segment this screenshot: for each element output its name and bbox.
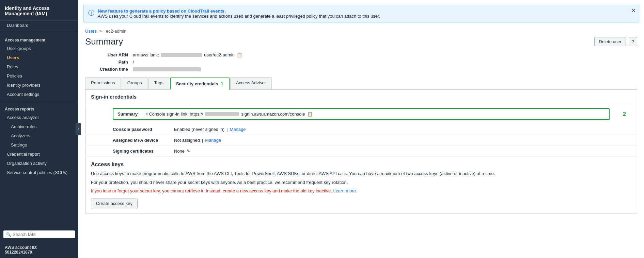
banner-body: AWS uses your CloudTrail events to ident… <box>98 14 634 19</box>
sidebar-section-access-management[interactable]: Access management <box>0 34 78 44</box>
path-row: Path / <box>85 59 637 65</box>
user-arn-value: arn:aws:iam:: user/ec2-admin 📋 <box>133 52 242 57</box>
sidebar-item-dashboard[interactable]: Dashboard <box>0 21 78 30</box>
sidebar-collapse-button[interactable]: ‹ <box>76 123 81 135</box>
access-keys-desc2: For your protection, you should never sh… <box>91 179 631 186</box>
mfa-device-value: Not assigned | Manage <box>174 138 221 143</box>
path-value: / <box>133 59 134 65</box>
breadcrumb-current: ec2-admin <box>106 29 127 34</box>
header-actions: Delete user ? <box>594 37 637 46</box>
signing-certs-row: Signing certificates None ✎ <box>85 146 637 157</box>
info-icon: ⓘ <box>88 9 94 17</box>
breadcrumb-parent[interactable]: Users <box>85 29 97 34</box>
signin-credentials-header: Sign-in credentials <box>85 90 637 104</box>
access-keys-warning-text: If you lose or forget your secret key, y… <box>91 188 332 193</box>
tabs-container: Permissions Groups Tags Security credent… <box>85 77 637 90</box>
sidebar-item-identity-providers[interactable]: Identity providers <box>0 81 78 90</box>
tab-permissions[interactable]: Permissions <box>85 77 121 89</box>
console-password-separator: | <box>226 127 227 132</box>
breadcrumb-separator: > <box>99 29 103 34</box>
tab-groups[interactable]: Groups <box>122 77 148 89</box>
mfa-manage-link[interactable]: Manage <box>205 138 221 143</box>
access-keys-section: Access keys Use access keys to make prog… <box>85 157 637 213</box>
tab-content: Sign-in credentials Summary • Console si… <box>85 90 637 213</box>
copy-arn-icon[interactable]: 📋 <box>237 52 242 57</box>
console-link-prefix: • Console sign-in link: https:// <box>146 111 203 117</box>
search-icon: 🔍 <box>6 232 11 237</box>
sidebar-item-account-settings[interactable]: Account settings <box>0 90 78 99</box>
console-password-status: Enabled (never signed in) <box>174 127 224 132</box>
sidebar-item-archive-rules[interactable]: Archive rules <box>0 122 78 131</box>
help-button[interactable]: ? <box>629 37 637 46</box>
page-header: Summary Delete user ? <box>85 36 637 47</box>
mfa-separator: | <box>202 138 203 143</box>
console-password-label: Console password <box>113 127 174 132</box>
access-keys-warning: If you lose or forget your secret key, y… <box>91 188 631 194</box>
signin-summary-label: Summary <box>117 111 142 117</box>
sidebar-item-service-control-policies[interactable]: Service control policies (SCPs) <box>0 168 78 177</box>
search-input[interactable] <box>13 232 72 237</box>
console-password-value: Enabled (never signed in) | Manage <box>174 127 246 132</box>
info-banner: ⓘ New feature to generate a policy based… <box>83 5 639 22</box>
signing-certs-label: Signing certificates <box>113 149 174 154</box>
tab-security-credentials[interactable]: Security credentials 1 <box>170 78 230 90</box>
creation-time-redacted <box>133 67 201 71</box>
access-keys-desc1: Use access keys to make programmatic cal… <box>91 170 631 177</box>
summary-step-2: 2 <box>623 111 626 117</box>
signin-summary-box: Summary • Console sign-in link: https://… <box>113 108 610 120</box>
page-title: Summary <box>85 36 123 47</box>
signing-certs-edit-icon[interactable]: ✎ <box>187 149 190 154</box>
user-arn-prefix: arn:aws:iam:: <box>133 52 159 57</box>
create-access-key-button[interactable]: Create access key <box>91 199 138 208</box>
console-password-manage[interactable]: Manage <box>230 127 246 132</box>
mfa-device-label: Assigned MFA device <box>113 138 174 143</box>
sidebar-section-access-reports[interactable]: Access reports <box>0 103 78 113</box>
signin-summary-content: • Console sign-in link: https:// signin.… <box>146 111 312 117</box>
banner-text: New feature to generate a policy based o… <box>98 8 634 19</box>
delete-user-button[interactable]: Delete user <box>594 37 626 46</box>
learn-more-link[interactable]: Learn more <box>333 188 356 193</box>
sidebar-item-users[interactable]: Users <box>0 53 78 62</box>
search-container: 🔍 <box>3 230 75 238</box>
user-arn-row: User ARN arn:aws:iam:: user/ec2-admin 📋 <box>85 52 637 57</box>
banner-close-button[interactable]: ✕ <box>631 8 635 13</box>
user-arn-suffix: user/ec2-admin <box>204 52 235 57</box>
user-arn-label: User ARN <box>85 52 133 57</box>
account-id: 501228241879 <box>5 250 74 255</box>
tab-security-credentials-label: Security credentials <box>176 81 218 86</box>
sidebar-item-user-groups[interactable]: User groups <box>0 44 78 53</box>
mfa-device-row: Assigned MFA device Not assigned | Manag… <box>85 135 637 146</box>
account-info: AWS account ID: 501228241879 <box>0 242 78 258</box>
signing-certs-value: None ✎ <box>174 149 190 154</box>
banner-title: New feature to generate a policy based o… <box>98 8 634 14</box>
sidebar-item-organization-activity[interactable]: Organization activity <box>0 159 78 168</box>
console-password-row: Console password Enabled (never signed i… <box>85 124 637 135</box>
user-arn-redacted <box>161 53 202 57</box>
sidebar-item-credential-report[interactable]: Credential report <box>0 150 78 159</box>
path-label: Path <box>85 59 133 65</box>
sidebar-item-roles[interactable]: Roles <box>0 62 78 71</box>
sidebar-item-access-analyzer[interactable]: Access analyzer <box>0 113 78 122</box>
access-keys-title: Access keys <box>91 161 631 168</box>
creation-time-row: Creation time <box>85 67 637 72</box>
console-link-redacted <box>205 112 239 116</box>
account-label: AWS account ID: <box>5 245 74 250</box>
sidebar-item-analyzers[interactable]: Analyzers <box>0 131 78 140</box>
breadcrumb: Users > ec2-admin <box>85 29 637 34</box>
tab-tags[interactable]: Tags <box>148 77 169 89</box>
sidebar-item-settings[interactable]: Settings <box>0 140 78 150</box>
sidebar-title: Identity and AccessManagement (IAM) <box>0 0 78 21</box>
copy-console-link-icon[interactable]: 📋 <box>307 111 313 117</box>
signing-certs-status: None <box>174 149 185 154</box>
sidebar-item-policies[interactable]: Policies <box>0 71 78 81</box>
creation-time-label: Creation time <box>85 67 133 72</box>
console-link-suffix: signin.aws.amazon.com/console <box>241 111 305 117</box>
tab-security-credentials-step: 1 <box>221 81 223 86</box>
mfa-device-status: Not assigned <box>174 138 200 143</box>
tabs: Permissions Groups Tags Security credent… <box>85 77 637 89</box>
main-content: ⓘ New feature to generate a policy based… <box>78 0 644 258</box>
creation-time-value <box>133 67 201 71</box>
summary-fields: User ARN arn:aws:iam:: user/ec2-admin 📋 … <box>85 52 637 72</box>
tab-access-advisor[interactable]: Access Advisor <box>230 77 272 89</box>
sidebar: Identity and AccessManagement (IAM) Dash… <box>0 0 78 258</box>
